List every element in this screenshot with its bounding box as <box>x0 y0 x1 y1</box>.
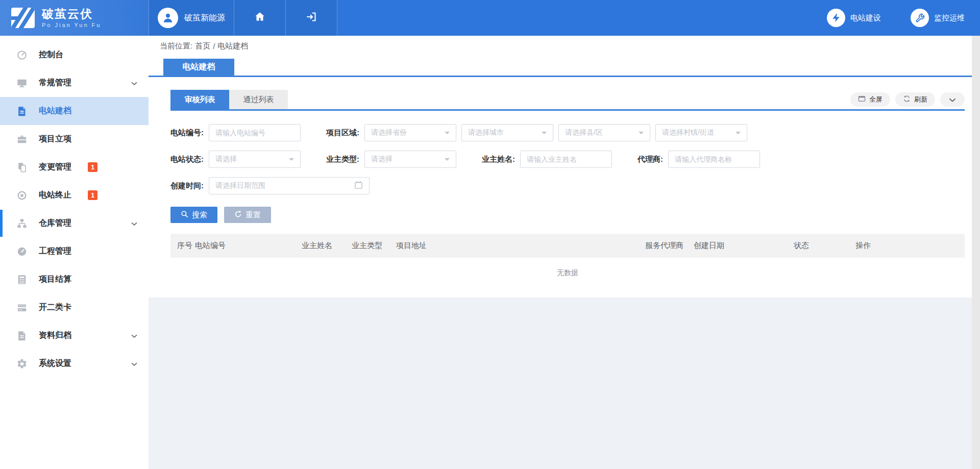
fullscreen-icon <box>858 95 866 104</box>
scrollbar[interactable] <box>972 36 980 469</box>
region-label: 项目区域: <box>326 128 359 138</box>
sidebar-item-system-settings[interactable]: 系统设置 <box>0 350 149 378</box>
sidebar-item-label: 系统设置 <box>39 358 71 369</box>
owner-type-select[interactable]: 请选择 <box>364 151 456 168</box>
date-range-picker[interactable]: 请选择日期范围 <box>209 177 370 194</box>
gauge-icon <box>16 245 28 257</box>
card-icon <box>16 302 28 313</box>
sidebar-item-label: 仓库管理 <box>39 218 71 229</box>
station-status-label: 电站状态: <box>170 155 204 164</box>
col-create-date: 创建日期 <box>694 241 794 251</box>
search-button[interactable]: 搜索 <box>170 207 217 223</box>
caret-down-icon <box>639 132 644 137</box>
top-header: 破茧云伏 Po Jian Yun Fu 破茧新能源 <box>0 0 980 36</box>
sidebar-item-station-termination[interactable]: 电站终止 1 <box>0 181 149 209</box>
station-status-select[interactable]: 请选择 <box>209 151 301 168</box>
dashboard-icon <box>16 49 28 61</box>
content-panel: 审核列表 通过列表 全屏 刷新 <box>170 90 965 288</box>
copy-icon <box>16 161 28 173</box>
sidebar-item-label: 电站建档 <box>39 106 71 116</box>
archive-icon <box>16 330 28 341</box>
monitor-icon <box>16 77 28 89</box>
chevron-down-icon <box>131 79 137 88</box>
sidebar-item-warehouse-mgmt[interactable]: 仓库管理 <box>0 209 149 237</box>
sidebar-item-open-type2-card[interactable]: 开二类卡 <box>0 293 149 322</box>
header-spacer <box>337 0 827 36</box>
sidebar-item-label: 资料归档 <box>39 330 71 341</box>
chevron-down-icon <box>131 219 137 228</box>
col-owner-type: 业主类型 <box>352 241 396 251</box>
province-select-value: 请选择省份 <box>371 128 407 137</box>
date-range-value: 请选择日期范围 <box>215 181 265 190</box>
sidebar: 控制台 常规管理 电站建档 项目立项 <box>0 36 149 469</box>
wrench-icon <box>911 9 929 27</box>
town-select[interactable]: 请选择村镇/街道 <box>655 124 747 141</box>
user-menu[interactable]: 破茧新能源 <box>149 0 234 36</box>
logout-button[interactable] <box>286 0 337 36</box>
nav-station-build[interactable]: 电站建设 <box>827 9 881 27</box>
breadcrumb-prefix: 当前位置: <box>160 41 192 51</box>
table-header-row: 序号 电站编号 业主姓名 业主类型 项目地址 服务代理商 创建日期 状态 操作 <box>170 234 965 258</box>
refresh-button[interactable]: 刷新 <box>895 92 935 107</box>
main-content: 当前位置: 首页 / 电站建档 电站建档 审核列表 通过列表 <box>149 36 980 469</box>
create-time-label: 创建时间: <box>170 181 204 191</box>
sidebar-item-project-initiation[interactable]: 项目立项 <box>0 125 149 153</box>
tab-approved-list[interactable]: 通过列表 <box>229 90 288 109</box>
breadcrumb-home-link[interactable]: 首页 <box>195 41 210 51</box>
sidebar-item-station-filing[interactable]: 电站建档 <box>0 97 149 125</box>
station-no-input[interactable] <box>209 124 301 141</box>
city-select[interactable]: 请选择城市 <box>461 124 553 141</box>
caret-down-icon <box>445 132 450 137</box>
avatar-icon <box>158 8 178 28</box>
filter-form: 电站编号: 项目区域: 请选择省份 请选择城市 <box>170 111 965 194</box>
collapse-button[interactable] <box>940 92 965 107</box>
tab-review-list[interactable]: 审核列表 <box>170 90 229 109</box>
search-button-label: 搜索 <box>192 210 207 220</box>
col-actions: 操作 <box>855 241 965 251</box>
owner-name-label: 业主姓名: <box>482 155 515 164</box>
owner-type-value: 请选择 <box>371 155 393 164</box>
chevron-down-icon <box>131 359 137 368</box>
panel-toolbar: 全屏 刷新 <box>850 92 965 109</box>
county-select[interactable]: 请选择县/区 <box>558 124 650 141</box>
brand-logo: 破茧云伏 Po Jian Yun Fu <box>0 0 149 36</box>
owner-name-input[interactable] <box>520 151 612 168</box>
col-address: 项目地址 <box>396 241 645 251</box>
sidebar-item-label: 变更管理 <box>39 162 71 172</box>
reset-icon <box>234 210 242 219</box>
brand-subtitle: Po Jian Yun Fu <box>42 22 101 28</box>
fullscreen-button[interactable]: 全屏 <box>850 92 890 107</box>
refresh-label: 刷新 <box>914 95 927 104</box>
calendar-icon <box>354 181 363 191</box>
page-tab-bar: 电站建档 <box>149 56 980 77</box>
caret-down-icon <box>289 158 294 163</box>
nav-monitor-ops[interactable]: 监控运维 <box>911 9 965 27</box>
home-button[interactable] <box>234 0 286 36</box>
list-tabs: 审核列表 通过列表 <box>170 90 288 109</box>
app: 破茧云伏 Po Jian Yun Fu 破茧新能源 <box>0 0 980 469</box>
company-name: 破茧新能源 <box>184 13 225 23</box>
page-tab-station-filing[interactable]: 电站建档 <box>163 59 234 76</box>
sidebar-item-general-mgmt[interactable]: 常规管理 <box>0 69 149 97</box>
calculator-icon <box>16 274 28 285</box>
sidebar-item-project-settlement[interactable]: 项目结算 <box>0 265 149 293</box>
brand-logo-icon <box>11 8 35 28</box>
county-select-value: 请选择县/区 <box>565 128 603 137</box>
sidebar-item-label: 项目立项 <box>39 134 71 144</box>
reset-button[interactable]: 重置 <box>224 207 271 223</box>
agent-input[interactable] <box>668 151 760 168</box>
sidebar-item-label: 电站终止 <box>39 190 71 201</box>
sidebar-item-change-mgmt[interactable]: 变更管理 1 <box>0 153 149 181</box>
province-select[interactable]: 请选择省份 <box>364 124 456 141</box>
header-right-nav: 电站建设 监控运维 <box>827 0 980 36</box>
fullscreen-label: 全屏 <box>869 95 883 104</box>
refresh-icon <box>903 95 911 104</box>
sidebar-item-label: 开二类卡 <box>39 302 71 313</box>
station-status-value: 请选择 <box>215 155 237 164</box>
sidebar-item-engineering-mgmt[interactable]: 工程管理 <box>0 237 149 265</box>
empty-state: 无数据 <box>170 258 965 288</box>
sidebar-item-console[interactable]: 控制台 <box>0 41 149 69</box>
sidebar-item-label: 控制台 <box>39 50 63 60</box>
sidebar-item-data-archive[interactable]: 资料归档 <box>0 322 149 350</box>
chevron-down-icon <box>131 331 137 340</box>
